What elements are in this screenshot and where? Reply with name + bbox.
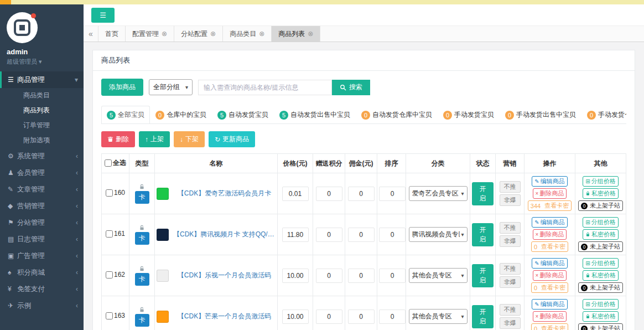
view-cards-button[interactable]: 344 查看卡密 — [528, 200, 572, 211]
points-input[interactable] — [316, 269, 342, 283]
group-filter-select[interactable]: 全部分组 ▾ — [149, 79, 193, 95]
search-button[interactable]: 搜索 — [332, 80, 370, 95]
no-hot-button[interactable]: 非爆 — [500, 276, 521, 288]
not-listed-substation-button[interactable]: 0未上架子站 — [578, 241, 623, 252]
not-listed-substation-button[interactable]: 0未上架子站 — [578, 282, 623, 293]
filter-tab[interactable]: 0 手动发货出售中宝贝 — [500, 106, 581, 124]
status-toggle-button[interactable]: 开启 — [472, 264, 494, 287]
bulk-put-on-shelf-button[interactable]: ↑ 上架 — [139, 131, 170, 147]
points-input[interactable] — [316, 187, 342, 201]
product-name-link[interactable]: 【CDK】腾讯视频月卡 支持QQ/微信 官方卡 — [173, 230, 276, 239]
bulk-delete-button[interactable]: 删除 — [101, 131, 135, 147]
view-cards-button[interactable]: 0 查看卡密 — [531, 241, 568, 252]
window-tab[interactable]: 首页 — [98, 26, 126, 42]
price-input[interactable] — [282, 269, 309, 283]
points-input[interactable] — [316, 228, 342, 242]
delete-product-button[interactable]: ×删除商品 — [533, 229, 567, 240]
select-all-checkbox[interactable] — [105, 159, 112, 167]
private-price-button[interactable]: 私密价格 — [583, 229, 619, 240]
row-checkbox[interactable] — [106, 271, 113, 279]
no-recommend-button[interactable]: 不推 — [500, 222, 521, 234]
bulk-take-off-shelf-button[interactable]: ↓ 下架 — [174, 131, 205, 147]
tab-close-icon[interactable]: ⊗ — [308, 30, 313, 38]
sidebar-subitem[interactable]: 订单管理 — [0, 118, 84, 133]
filter-tab[interactable]: 0 手动发货仓库中宝贝 — [581, 106, 626, 124]
delete-product-button[interactable]: ×删除商品 — [533, 311, 567, 322]
commission-input[interactable] — [348, 187, 375, 201]
no-recommend-button[interactable]: 不推 — [500, 304, 521, 316]
add-product-button[interactable]: 添加商品 — [101, 79, 143, 96]
price-input[interactable] — [282, 187, 309, 201]
status-toggle-button[interactable]: 开启 — [472, 182, 494, 205]
card-type-badge[interactable]: 卡 — [135, 191, 149, 204]
commission-input[interactable] — [348, 228, 375, 242]
edit-product-button[interactable]: ✎编辑商品 — [532, 299, 567, 310]
window-tab[interactable]: 商品类目 ⊗ — [223, 26, 272, 42]
sidebar-menu-item[interactable]: ♟ 会员管理 ‹ — [0, 164, 84, 181]
delete-product-button[interactable]: ×删除商品 — [533, 270, 567, 281]
window-tab[interactable]: 分站配置 ⊗ — [174, 26, 223, 42]
sidebar-menu-item[interactable]: ♠ 积分商城 ‹ — [0, 264, 84, 281]
sidebar-menu-item[interactable]: ✎ 文章管理 ‹ — [0, 181, 84, 198]
category-select[interactable]: 其他会员专区 ▾ — [409, 309, 468, 324]
search-input[interactable] — [198, 80, 332, 95]
product-name-link[interactable]: 【CDK】芒果一个月会员激活码 — [173, 312, 276, 321]
tab-close-icon[interactable]: ⊗ — [162, 30, 167, 38]
no-recommend-button[interactable]: 不推 — [500, 263, 521, 275]
not-listed-substation-button[interactable]: 0未上架子站 — [578, 323, 623, 330]
row-checkbox[interactable] — [106, 189, 113, 197]
sort-input[interactable] — [379, 310, 406, 324]
private-price-button[interactable]: 私密价格 — [583, 188, 619, 199]
view-cards-button[interactable]: 0 查看卡密 — [531, 282, 568, 293]
sort-input[interactable] — [379, 187, 406, 201]
card-type-badge[interactable]: 卡 — [135, 232, 149, 245]
delete-product-button[interactable]: ×删除商品 — [533, 188, 567, 199]
sidebar-menu-item[interactable]: ⚙ 系统管理 ‹ — [0, 148, 84, 164]
not-listed-substation-button[interactable]: 0未上架子站 — [578, 200, 623, 211]
sidebar-toggle-button[interactable]: ☰ — [91, 8, 115, 23]
filter-tab[interactable]: 5 自动发货出售中宝贝 — [274, 106, 356, 124]
sidebar-subitem[interactable]: 商品列表 — [0, 103, 84, 118]
category-select[interactable]: 爱奇艺会员专区 ▾ — [409, 186, 468, 201]
no-hot-button[interactable]: 非爆 — [500, 235, 521, 247]
sort-input[interactable] — [379, 269, 406, 283]
sort-input[interactable] — [379, 228, 406, 242]
edit-product-button[interactable]: ✎编辑商品 — [532, 217, 567, 228]
filter-tab[interactable]: 5 全部宝贝 — [101, 106, 150, 124]
row-checkbox[interactable] — [106, 230, 113, 238]
filter-tab[interactable]: 0 仓库中的宝贝 — [150, 106, 212, 124]
window-tab[interactable]: 配置管理 ⊗ — [126, 26, 174, 42]
tab-close-icon[interactable]: ⊗ — [259, 30, 264, 38]
status-toggle-button[interactable]: 开启 — [472, 223, 494, 246]
product-name-link[interactable]: 【CDK】爱奇艺激活码会员月卡 — [173, 189, 276, 198]
sidebar-item-goods-management[interactable]: ☰ 商品管理 ▾ — [0, 71, 84, 88]
no-hot-button[interactable]: 非爆 — [500, 317, 521, 329]
tab-close-icon[interactable]: ⊗ — [210, 30, 216, 38]
sidebar-menu-item[interactable]: ✈ 示例 ‹ — [0, 297, 84, 314]
edit-product-button[interactable]: ✎编辑商品 — [532, 258, 567, 269]
card-type-badge[interactable]: 卡 — [135, 314, 149, 327]
view-cards-button[interactable]: 0 查看卡密 — [531, 323, 568, 330]
filter-tab[interactable]: 0 自动发货仓库中宝贝 — [356, 106, 438, 124]
category-select[interactable]: 其他会员专区 ▾ — [409, 268, 468, 283]
filter-tab[interactable]: 5 自动发货宝贝 — [212, 106, 274, 124]
commission-input[interactable] — [348, 310, 375, 324]
price-input[interactable] — [282, 310, 309, 324]
sidebar-menu-item[interactable]: ⚑ 分站管理 ‹ — [0, 214, 84, 231]
sidebar-subitem[interactable]: 商品类目 — [0, 88, 84, 103]
status-toggle-button[interactable]: 开启 — [472, 305, 494, 328]
commission-input[interactable] — [348, 269, 375, 283]
sidebar-subitem[interactable]: 附加选项 — [0, 133, 84, 148]
group-price-button[interactable]: ⊞分组价格 — [583, 176, 618, 187]
sidebar-menu-item[interactable]: ¥ 免签支付 ‹ — [0, 281, 84, 297]
no-recommend-button[interactable]: 不推 — [500, 181, 521, 193]
private-price-button[interactable]: 私密价格 — [583, 270, 619, 281]
sidebar-menu-item[interactable]: ◆ 营销管理 ‹ — [0, 198, 84, 214]
category-select[interactable]: 腾讯视频会员专区 ▾ — [409, 227, 468, 242]
points-input[interactable] — [316, 310, 342, 324]
edit-product-button[interactable]: ✎编辑商品 — [532, 176, 567, 187]
group-price-button[interactable]: ⊞分组价格 — [583, 299, 618, 310]
product-name-link[interactable]: 【CDK】乐视一个月会员激活码 — [173, 271, 276, 280]
sidebar-menu-item[interactable]: ▤ 日志管理 ‹ — [0, 231, 84, 248]
price-input[interactable] — [282, 228, 309, 242]
